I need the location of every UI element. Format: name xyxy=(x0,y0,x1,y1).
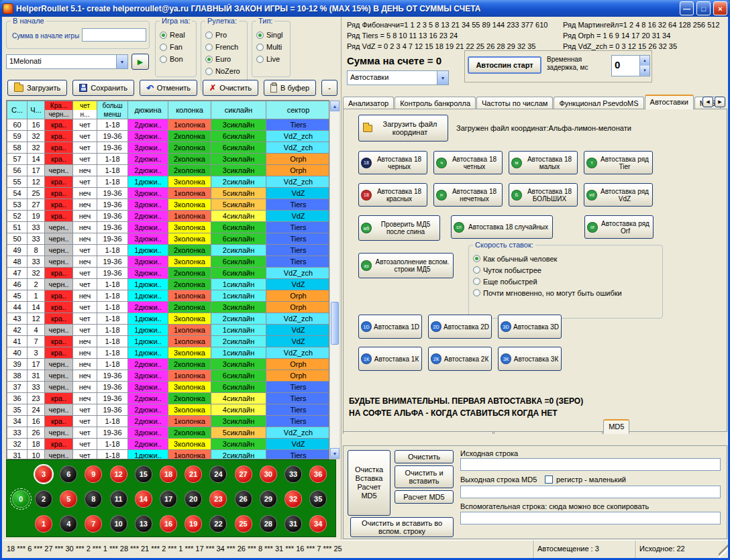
table-row[interactable]: 4732кра..чет19-363дюжи..2колонка6сиклайн… xyxy=(7,268,330,279)
table-row[interactable]: 5327кра..неч19-363дюжи..3колонка5сиклайн… xyxy=(7,199,330,211)
board-number-22[interactable]: 22 xyxy=(209,515,227,533)
autobet-button[interactable]: мАвтоставка 18 малых xyxy=(509,151,578,174)
main-tabs-tab-1[interactable]: Контроль банкролла xyxy=(395,97,476,109)
tab-scroll-left-icon[interactable]: ◀ xyxy=(702,97,713,107)
board-number-24[interactable]: 24 xyxy=(209,465,227,483)
board-number-5[interactable]: 5 xyxy=(60,490,77,508)
autobet-button[interactable]: 2КАвтоставка 2К xyxy=(428,347,492,371)
board-number-35[interactable]: 35 xyxy=(309,490,327,508)
table-row[interactable]: 5133черн..неч19-363дюжи..3колонка6сиклай… xyxy=(7,222,330,233)
table-row[interactable]: 498черн..чет1-181дюжи..2колонка2сиклайнT… xyxy=(7,245,330,256)
type-option-2[interactable]: Live xyxy=(252,53,290,65)
table-row[interactable]: 5033черн..неч19-363дюжи..3колонка6сиклай… xyxy=(7,233,330,245)
toolbar-buffer-button[interactable]: В буфер xyxy=(264,80,316,96)
scroll-thumb[interactable] xyxy=(331,302,339,345)
table-row[interactable]: 3917черн..неч1-182дюжи..2колонка3сиклайн… xyxy=(7,359,330,370)
table-row[interactable]: 5425кра..неч19-363дюжи..1колонка5сиклайн… xyxy=(7,188,330,199)
aux-string-input[interactable] xyxy=(460,512,721,524)
autobet-button[interactable]: vdАвтоставка ряд VdZ xyxy=(584,183,653,207)
autobet-button[interactable]: 2DАвтоставка 2D xyxy=(428,315,492,339)
autobet-button[interactable]: 18Автоставка 18 красных xyxy=(358,183,427,207)
autobet-button[interactable]: чАвтоставка 18 четных xyxy=(433,151,503,174)
board-number-7[interactable]: 7 xyxy=(85,515,102,533)
type-option-0[interactable]: Singl xyxy=(252,29,290,41)
md5-clear-insert-calc-button[interactable]: Очистка Вставка Расчет MD5 xyxy=(348,450,390,516)
board-number-1[interactable]: 1 xyxy=(35,515,52,533)
board-number-33[interactable]: 33 xyxy=(284,465,302,483)
board-number-25[interactable]: 25 xyxy=(235,515,252,533)
scroll-down-icon[interactable]: ▼ xyxy=(330,448,340,459)
chevron-down-icon[interactable]: ▼ xyxy=(437,71,448,85)
tab-scroll-right-icon[interactable]: ▶ xyxy=(715,97,725,107)
autobet-button[interactable]: нАвтоставка 18 нечетных xyxy=(433,183,503,207)
board-number-30[interactable]: 30 xyxy=(260,465,277,483)
board-number-18[interactable]: 18 xyxy=(160,465,177,483)
toolbar-load-button[interactable]: Загрузить xyxy=(7,80,67,96)
table-scrollbar[interactable]: ▲ ▼ xyxy=(329,100,340,459)
maximize-button[interactable]: □ xyxy=(696,1,711,15)
board-number-8[interactable]: 8 xyxy=(85,490,102,508)
board-number-11[interactable]: 11 xyxy=(110,490,127,508)
board-number-12[interactable]: 12 xyxy=(110,465,127,483)
md5-clear-insert-aux-button[interactable]: Очистить и вставить во вспом. строку xyxy=(350,517,454,537)
table-row[interactable]: 4312кра..чет1-181дюжи..3колонка2сиклайнV… xyxy=(7,313,330,325)
toolbar-undo-button[interactable]: ↶Отменить xyxy=(140,80,197,96)
table-row[interactable]: 5932кра..чет19-363дюжи..2колонка6сиклайн… xyxy=(7,131,330,142)
board-number-28[interactable]: 28 xyxy=(260,515,277,533)
board-number-20[interactable]: 20 xyxy=(185,490,202,508)
main-tabs-tab-0[interactable]: Анализатор xyxy=(343,97,394,109)
roulette-option-0[interactable]: Pro xyxy=(201,29,247,41)
board-number-17[interactable]: 17 xyxy=(160,490,177,508)
autobet-button[interactable]: 3КАвтоставка 3К xyxy=(498,347,562,371)
board-number-21[interactable]: 21 xyxy=(185,465,202,483)
source-string-input[interactable] xyxy=(460,458,721,471)
table-row[interactable]: 417кра..неч1-181дюжи..1колонка2сиклайнVd… xyxy=(7,336,330,347)
board-number-6[interactable]: 6 xyxy=(60,465,77,483)
md5-clear-button[interactable]: Очистить xyxy=(395,450,454,463)
output-string-input[interactable] xyxy=(460,486,721,498)
table-row[interactable]: 3416кра..чет1-182дюжи..1колонка3сиклайнT… xyxy=(7,416,330,427)
table-row[interactable]: 6016кра..чет1-182дюжи..1колонка3сиклайнT… xyxy=(7,119,330,131)
spinner-down-icon[interactable]: ▼ xyxy=(640,66,649,76)
board-number-31[interactable]: 31 xyxy=(284,515,302,533)
board-number-14[interactable]: 14 xyxy=(135,490,152,508)
autobet-button[interactable]: БАвтоставка 18 БОЛЬШИХ xyxy=(509,183,578,207)
table-row[interactable]: 5512кра..чет1-181дюжи..3колонка2сиклайнV… xyxy=(7,176,330,188)
type-option-1[interactable]: Multi xyxy=(252,41,290,53)
game-on-option-1[interactable]: Fan xyxy=(156,41,196,53)
board-number-10[interactable]: 10 xyxy=(110,515,127,533)
md5-calc-button[interactable]: Расчет MD5 xyxy=(395,490,454,504)
table-row[interactable]: 3524черн..чет19-362дюжи..3колонка4сиклай… xyxy=(7,404,330,416)
board-number-27[interactable]: 27 xyxy=(235,465,252,483)
start-sum-input[interactable] xyxy=(82,28,146,42)
bottom-tabs-tab-2[interactable]: MD5 xyxy=(603,419,629,434)
board-number-23[interactable]: 23 xyxy=(209,490,227,508)
table-row[interactable]: 3831черн..неч19-363дюжи..1колонка6сиклай… xyxy=(7,370,330,382)
table-row[interactable]: 3623кра..неч19-362дюжи..2колонка4сиклайн… xyxy=(7,393,330,404)
main-tabs-tab-2[interactable]: Частоты по числам xyxy=(476,97,553,109)
autobet-button[interactable]: тАвтоставка ряд Tier xyxy=(584,151,653,174)
board-number-2[interactable]: 2 xyxy=(35,490,52,508)
minimize-button[interactable]: — xyxy=(680,1,694,15)
toolbar-save-button[interactable]: Сохранить xyxy=(72,80,134,96)
profile-dropdown[interactable]: 1Melonati ▼ xyxy=(6,54,128,69)
table-row[interactable]: 403кра..неч1-181дюжи..3колонка1сиклайнVd… xyxy=(7,347,330,359)
md5-clear-insert-button[interactable]: Очистить и вставить xyxy=(395,465,454,488)
table-row[interactable]: 5714кра..чет1-182дюжи..2колонка3сиклайнO… xyxy=(7,154,330,165)
board-number-19[interactable]: 19 xyxy=(185,515,202,533)
speed-option-3[interactable]: Почти мгновенно, но могут быть ошибки xyxy=(469,287,662,298)
speed-option-1[interactable]: Чуток побыстрее xyxy=(469,264,662,276)
board-number-36[interactable]: 36 xyxy=(309,465,327,483)
main-tabs-tab-4[interactable]: Автоставки xyxy=(645,95,694,109)
speed-option-2[interactable]: Еще побыстрей xyxy=(469,276,662,287)
autospin-start-button[interactable]: Автоспин старт xyxy=(468,56,541,74)
table-row[interactable]: 5219кра..неч19-362дюжи..1колонка4сиклайн… xyxy=(7,211,330,222)
table-row[interactable]: 3110черн..чет1-181дюжи..1колонка2сиклайн… xyxy=(7,450,330,460)
autobet-button[interactable]: 1DАвтоставка 1D xyxy=(358,315,422,339)
board-number-34[interactable]: 34 xyxy=(309,515,327,533)
table-row[interactable]: 4414кра..чет1-182дюжи..2колонка3сиклайнO… xyxy=(7,302,330,313)
table-row[interactable]: 5617черн..неч1-182дюжи..2колонка3сиклайн… xyxy=(7,165,330,176)
title-bar[interactable]: HelperRoullet 5.1- create helperroullet@… xyxy=(0,0,730,17)
game-on-option-0[interactable]: Real xyxy=(156,29,196,41)
autobet-button[interactable]: 3DАвтоставка 3D xyxy=(498,315,562,339)
